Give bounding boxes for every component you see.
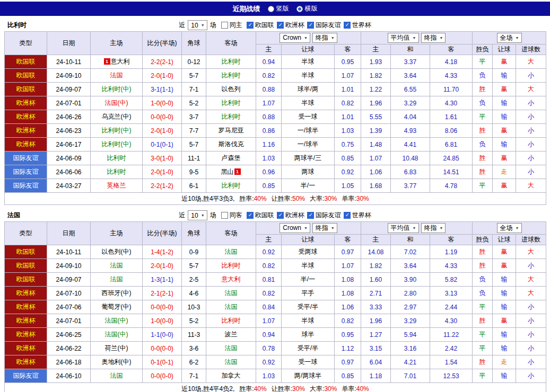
match-score[interactable]: 0-0(0-0) bbox=[143, 369, 182, 383]
handicap-result-cell: 输 bbox=[493, 287, 516, 300]
away-team[interactable]: 比利时 bbox=[206, 96, 256, 110]
away-team[interactable]: 比利时 bbox=[206, 314, 256, 328]
col-corner: 角球 bbox=[182, 32, 206, 55]
away-team[interactable]: 罗马尼亚 bbox=[206, 124, 256, 138]
home-team[interactable]: 法国 bbox=[91, 259, 143, 273]
away-team[interactable]: 以色列 bbox=[206, 83, 256, 96]
bookmaker-select[interactable]: Crown▼ bbox=[280, 33, 310, 43]
home-team[interactable]: 法国(中) bbox=[91, 314, 143, 328]
away-team[interactable]: 比利时 bbox=[206, 55, 256, 69]
match-score[interactable]: 2-1(2-1) bbox=[143, 287, 182, 300]
away-team[interactable]: 法国 bbox=[206, 342, 256, 355]
scope-select[interactable]: 全场▼ bbox=[497, 33, 522, 43]
competition-checkbox[interactable]: 欧国联 bbox=[247, 21, 274, 30]
view-option[interactable]: 横版 bbox=[296, 4, 318, 13]
match-score[interactable]: 2-2(2-1) bbox=[143, 55, 182, 69]
page-title: 近期战绩 bbox=[233, 4, 260, 14]
competition-checkbox[interactable]: 世界杯 bbox=[344, 21, 371, 30]
match-score[interactable]: 2-0(1-0) bbox=[143, 259, 182, 273]
away-team[interactable]: 法国 bbox=[206, 245, 256, 259]
handicap-result-cell: 赢 bbox=[493, 179, 516, 193]
match-score[interactable]: 3-1(1-1) bbox=[143, 83, 182, 96]
view-option[interactable]: 竖版 bbox=[268, 4, 289, 13]
home-team[interactable]: 比利时(中) bbox=[91, 83, 143, 96]
home-team[interactable]: 法国 bbox=[91, 273, 143, 287]
match-count-select[interactable]: 10▼ bbox=[188, 20, 207, 30]
home-team[interactable]: 奥地利(中) bbox=[91, 355, 143, 369]
away-team[interactable]: 比利时 bbox=[206, 69, 256, 83]
home-team[interactable]: 法国 bbox=[91, 69, 143, 83]
euro-odds-time-select[interactable]: 终指▼ bbox=[421, 223, 446, 233]
home-team[interactable]: 西班牙(中) bbox=[91, 287, 143, 300]
bookmaker-select[interactable]: Crown▼ bbox=[280, 223, 310, 233]
match-score[interactable]: 1-1(0-0) bbox=[143, 328, 182, 342]
away-team[interactable]: 意大利 bbox=[206, 273, 256, 287]
match-count-select[interactable]: 10▼ bbox=[188, 210, 207, 220]
handicap-result-cell: 走 bbox=[493, 355, 516, 369]
euro-average-select[interactable]: 平均值▼ bbox=[388, 223, 419, 233]
asia-odds-time-select[interactable]: 终指▼ bbox=[312, 33, 337, 43]
home-team[interactable]: 比利时 bbox=[91, 165, 143, 179]
away-team[interactable]: 卢森堡 bbox=[206, 152, 256, 165]
asia-odds-header: Crown▼终指▼ bbox=[256, 32, 361, 44]
match-score[interactable]: 0-1(0-1) bbox=[143, 355, 182, 369]
competition-checkbox[interactable]: 国际友谊 bbox=[307, 21, 341, 30]
match-score[interactable]: 0-0(0-0) bbox=[143, 342, 182, 355]
euro-odds-time-select[interactable]: 终指▼ bbox=[421, 33, 446, 43]
handicap-result-cell: 赢 bbox=[493, 314, 516, 328]
match-score[interactable]: 2-0(1-0) bbox=[143, 69, 182, 83]
asia-home-odds: 0.82 bbox=[256, 259, 282, 273]
match-score[interactable]: 0-0(0-0) bbox=[143, 300, 182, 314]
match-score[interactable]: 0-0(0-0) bbox=[143, 110, 182, 124]
summary-stat-label: 胜率: bbox=[239, 385, 254, 392]
asia-odds-time-select[interactable]: 终指▼ bbox=[312, 223, 337, 233]
away-team[interactable]: 法国 bbox=[206, 287, 256, 300]
match-score[interactable]: 1-3(1-1) bbox=[143, 273, 182, 287]
match-score[interactable]: 1-0(0-0) bbox=[143, 314, 182, 328]
away-team[interactable]: 法国 bbox=[206, 300, 256, 314]
home-team[interactable]: 1意大利 bbox=[91, 55, 143, 69]
match-score[interactable]: 1-0(0-0) bbox=[143, 96, 182, 110]
match-score[interactable]: 2-0(1-0) bbox=[143, 124, 182, 138]
same-venue-checkbox[interactable]: 同客 bbox=[221, 211, 242, 220]
home-team[interactable]: 荷兰(中) bbox=[91, 342, 143, 355]
same-venue-checkbox[interactable]: 同主 bbox=[221, 21, 242, 30]
asia-handicap: 半球 bbox=[282, 69, 335, 83]
handicap-result-cell: 赢 bbox=[493, 152, 516, 165]
match-score[interactable]: 1-4(1-2) bbox=[143, 245, 182, 259]
away-team[interactable]: 比利时 bbox=[206, 179, 256, 193]
away-team[interactable]: 法国 bbox=[206, 355, 256, 369]
competition-checkbox[interactable]: 国际友谊 bbox=[307, 211, 341, 220]
home-team[interactable]: 英格兰 bbox=[91, 179, 143, 193]
away-team[interactable]: 黑山1 bbox=[206, 165, 256, 179]
away-team[interactable]: 比利时 bbox=[206, 259, 256, 273]
away-team[interactable]: 斯洛伐克 bbox=[206, 138, 256, 152]
competition-checkbox[interactable]: 欧国联 bbox=[247, 211, 274, 220]
match-score[interactable]: 2-0(1-0) bbox=[143, 165, 182, 179]
home-team[interactable]: 葡萄牙(中) bbox=[91, 300, 143, 314]
chevron-down-icon: ▼ bbox=[516, 226, 519, 230]
competition-type: 欧洲杯 bbox=[5, 314, 47, 328]
euro-average-select[interactable]: 平均值▼ bbox=[388, 33, 419, 43]
match-score[interactable]: 0-1(0-1) bbox=[143, 138, 182, 152]
asia-handicap: 两球半/三 bbox=[282, 152, 335, 165]
competition-checkbox[interactable]: 欧洲杯 bbox=[277, 21, 304, 30]
match-score[interactable]: 2-2(1-2) bbox=[143, 179, 182, 193]
away-team[interactable]: 波兰 bbox=[206, 328, 256, 342]
away-team[interactable]: 比利时 bbox=[206, 110, 256, 124]
summary-stat-value: 30% bbox=[292, 385, 305, 392]
competition-checkbox[interactable]: 世界杯 bbox=[344, 211, 371, 220]
away-team[interactable]: 加拿大 bbox=[206, 369, 256, 383]
home-team[interactable]: 法国 bbox=[91, 369, 143, 383]
scope-select[interactable]: 全场▼ bbox=[497, 223, 522, 233]
match-score[interactable]: 3-0(1-0) bbox=[143, 152, 182, 165]
home-team[interactable]: 以色列(中) bbox=[91, 245, 143, 259]
home-team[interactable]: 比利时(中) bbox=[91, 124, 143, 138]
home-team[interactable]: 比利时(中) bbox=[91, 138, 143, 152]
competition-checkbox[interactable]: 欧洲杯 bbox=[277, 211, 304, 220]
chevron-down-icon: ▼ bbox=[331, 36, 335, 40]
home-team[interactable]: 法国(中) bbox=[91, 96, 143, 110]
home-team[interactable]: 比利时 bbox=[91, 152, 143, 165]
home-team[interactable]: 法国(中) bbox=[91, 328, 143, 342]
home-team[interactable]: 乌克兰(中) bbox=[91, 110, 143, 124]
